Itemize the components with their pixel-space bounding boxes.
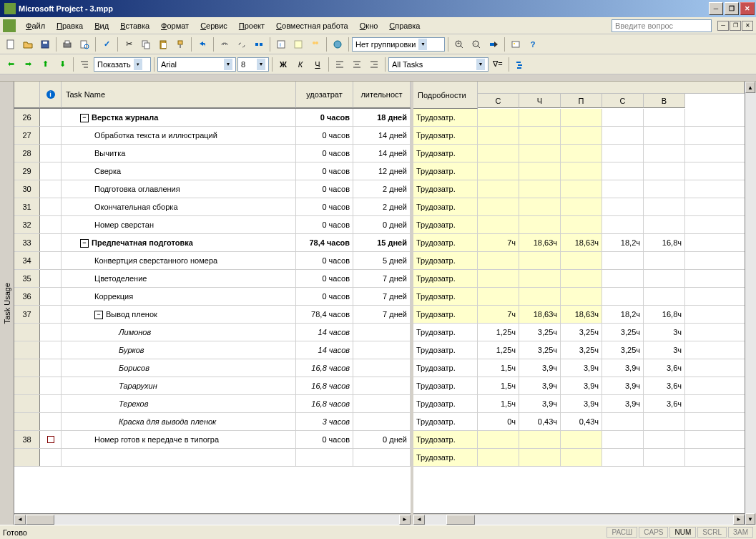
timephased-cell[interactable]: 3,6ч [644, 359, 685, 377]
timephased-cell[interactable] [644, 109, 685, 126]
timephased-cell[interactable] [602, 431, 644, 448]
menu-Совместная работа[interactable]: Совместная работа [270, 20, 354, 31]
timephased-row[interactable]: Трудозатр.0ч0,43ч0,43ч [413, 413, 745, 431]
task-name-cell[interactable]: Тарарухин [62, 377, 296, 394]
work-cell[interactable]: 3 часов [296, 413, 353, 430]
timephased-cell[interactable] [644, 216, 685, 233]
timephased-cell[interactable]: 1,5ч [478, 377, 519, 394]
col-header-indicators[interactable]: i [40, 82, 62, 108]
timephased-row[interactable]: Трудозатр. [413, 145, 745, 162]
timephased-cell[interactable] [644, 413, 685, 430]
scroll-left-icon[interactable]: ◄ [413, 515, 425, 525]
timephased-cell[interactable] [519, 180, 561, 198]
timephased-cell[interactable]: 0ч [478, 413, 519, 430]
task-info-icon[interactable]: i [273, 37, 289, 52]
arrow-left-icon[interactable]: ⬅ [3, 57, 19, 72]
right-hscroll[interactable]: ◄ ► [413, 513, 745, 525]
arrow-up-icon[interactable]: ⬆ [37, 57, 53, 72]
col-header-row[interactable] [14, 82, 40, 108]
timephased-cell[interactable]: 18,63ч [561, 306, 602, 323]
arrow-right-icon[interactable]: ➡ [20, 57, 36, 72]
task-name-cell[interactable]: Подготовка оглавления [62, 180, 296, 198]
timephased-cell[interactable] [478, 252, 519, 269]
menu-Сервис[interactable]: Сервис [195, 20, 233, 31]
table-row[interactable]: 32Номер сверстан0 часов0 дней [14, 216, 411, 234]
timephased-row[interactable]: Трудозатр.1,25ч3,25ч3,25ч3,25ч3ч [413, 324, 745, 341]
timephased-cell[interactable]: 3,25ч [561, 324, 602, 341]
timephased-cell[interactable] [602, 162, 644, 180]
task-name-cell[interactable]: Обработка текста и иллюстраций [62, 127, 296, 144]
save-icon[interactable] [37, 37, 53, 52]
timephased-cell[interactable] [561, 198, 602, 215]
open-icon[interactable] [20, 37, 36, 52]
row-number[interactable]: 38 [14, 431, 40, 448]
task-name-cell[interactable]: Окончательная сборка [62, 198, 296, 215]
timephased-cell[interactable] [602, 216, 644, 233]
menu-Формат[interactable]: Формат [155, 20, 195, 31]
duration-cell[interactable]: 0 дней [353, 431, 411, 448]
day-header[interactable]: П [561, 94, 602, 108]
duration-cell[interactable]: 7 дней [353, 306, 411, 323]
timephased-cell[interactable] [561, 288, 602, 305]
table-row[interactable]: Тарарухин16,8 часов [14, 377, 411, 395]
timephased-cell[interactable]: 3,9ч [519, 359, 561, 377]
timephased-cell[interactable] [561, 449, 602, 466]
timephased-cell[interactable] [602, 127, 644, 144]
table-row[interactable]: 30Подготовка оглавления0 часов2 дней [14, 180, 411, 198]
timephased-cell[interactable]: 3,9ч [519, 377, 561, 394]
task-name-cell[interactable] [62, 449, 296, 466]
timephased-cell[interactable]: 16,8ч [644, 306, 685, 323]
timephased-row[interactable]: Трудозатр.7ч18,63ч18,63ч18,2ч16,8ч [413, 306, 745, 324]
timephased-row[interactable]: Трудозатр.1,5ч3,9ч3,9ч3,9ч3,6ч [413, 359, 745, 377]
timephased-cell[interactable] [478, 109, 519, 126]
task-name-cell[interactable]: Бурков [62, 341, 296, 359]
task-name-cell[interactable]: Номер сверстан [62, 216, 296, 233]
timephased-cell[interactable]: 3ч [644, 324, 685, 341]
copy-icon[interactable] [138, 37, 154, 52]
link-icon[interactable] [217, 37, 232, 52]
timephased-row[interactable]: Трудозатр.1,5ч3,9ч3,9ч3,9ч3,6ч [413, 377, 745, 395]
timephased-cell[interactable]: 3,25ч [602, 324, 644, 341]
timephased-cell[interactable] [561, 180, 602, 198]
arrow-down-icon[interactable]: ⬇ [54, 57, 70, 72]
table-row[interactable]: Бурков14 часов [14, 341, 411, 359]
row-number[interactable]: 34 [14, 252, 40, 269]
timephased-row[interactable]: Трудозатр. [413, 252, 745, 270]
timephased-cell[interactable]: 0,43ч [519, 413, 561, 430]
timephased-cell[interactable] [644, 449, 685, 466]
table-row[interactable] [14, 449, 411, 467]
table-row[interactable]: 36Коррекция0 часов7 дней [14, 288, 411, 306]
row-number[interactable]: 36 [14, 288, 40, 305]
task-name-cell[interactable]: Конвертция сверстанного номера [62, 252, 296, 269]
timephased-cell[interactable] [519, 198, 561, 215]
timephased-row[interactable]: Трудозатр. [413, 198, 745, 216]
timephased-row[interactable]: Трудозатр. [413, 180, 745, 198]
timephased-cell[interactable]: 18,63ч [519, 234, 561, 251]
timephased-cell[interactable] [602, 413, 644, 430]
bold-button[interactable]: Ж [275, 57, 291, 72]
timephased-cell[interactable] [519, 109, 561, 126]
work-cell[interactable]: 16,8 часов [296, 359, 353, 377]
col-header-duration[interactable]: лительност [353, 82, 411, 108]
timephased-cell[interactable] [602, 180, 644, 198]
work-cell[interactable]: 78,4 часов [296, 234, 353, 251]
timephased-cell[interactable] [602, 270, 644, 287]
timephased-cell[interactable] [478, 449, 519, 466]
timephased-cell[interactable] [519, 252, 561, 269]
timephased-cell[interactable] [644, 145, 685, 162]
timephased-cell[interactable] [602, 252, 644, 269]
task-name-cell[interactable]: Сверка [62, 162, 296, 180]
help-search-input[interactable]: Введите вопрос [612, 19, 712, 32]
timephased-cell[interactable]: 3,9ч [602, 377, 644, 394]
row-number[interactable] [14, 413, 40, 430]
show-dropdown[interactable]: Показать▾ [94, 57, 151, 72]
timephased-cell[interactable] [644, 127, 685, 144]
menu-Вид[interactable]: Вид [89, 20, 114, 31]
timephased-cell[interactable] [561, 127, 602, 144]
close-button[interactable]: ✕ [740, 2, 755, 15]
table-row[interactable]: Борисов16,8 часов [14, 359, 411, 377]
table-row[interactable]: Краска для вывода пленок3 часов [14, 413, 411, 431]
timephased-cell[interactable] [519, 431, 561, 448]
mdi-restore[interactable]: ❐ [730, 21, 741, 31]
timephased-cell[interactable]: 1,5ч [478, 395, 519, 412]
